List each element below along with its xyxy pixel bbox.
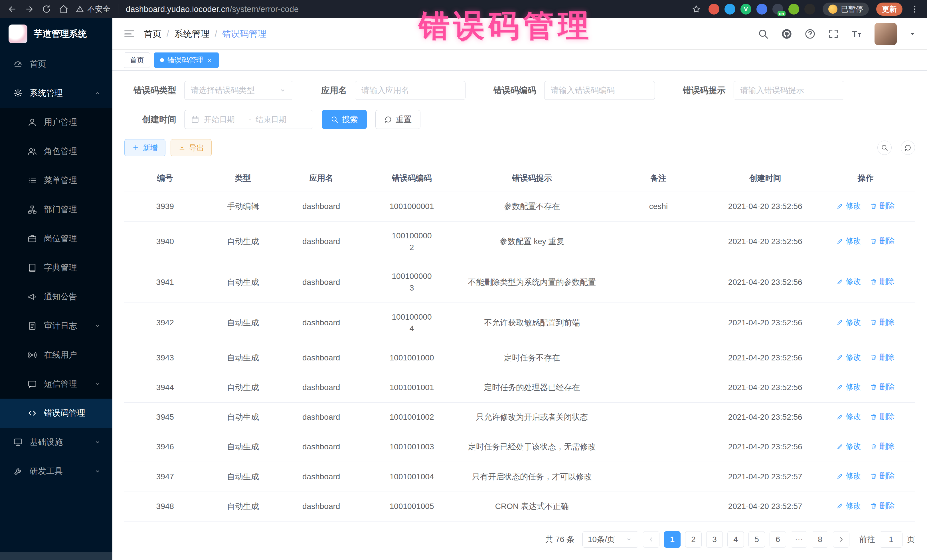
prev-page-button[interactable] [643,531,660,548]
edit-link[interactable]: 修改 [837,441,861,452]
error-message-input[interactable] [734,81,844,100]
extension-adblock[interactable] [708,4,719,15]
github-icon[interactable] [781,28,792,39]
edit-link[interactable]: 修改 [837,411,861,422]
next-page-button[interactable] [833,531,849,548]
hamburger-icon[interactable] [123,28,135,40]
search-icon[interactable] [758,28,769,39]
delete-link[interactable]: 删除 [870,200,895,212]
edit-link[interactable]: 修改 [837,381,861,393]
page-button-2[interactable]: 2 [685,531,702,548]
sidebar-item-infra[interactable]: 基础设施 [0,428,112,457]
extension-proxy-switch[interactable]: on [772,4,783,15]
user-avatar[interactable] [874,23,897,45]
browser-back-icon[interactable] [8,4,17,14]
error-code-input[interactable] [544,81,655,100]
bookmark-star-icon[interactable] [691,4,701,14]
edit-link[interactable]: 修改 [837,200,861,212]
toggle-search-button[interactable] [877,141,892,155]
tab-home[interactable]: 首页 [124,52,150,68]
profile-paused-chip[interactable]: 已暂停 [823,3,869,16]
edit-link[interactable]: 修改 [837,317,861,328]
breadcrumb-home[interactable]: 首页 [144,28,161,40]
page-size-select[interactable]: 10条/页 [582,531,638,548]
question-icon[interactable] [804,28,816,39]
browser-home-icon[interactable] [59,4,68,14]
edit-link[interactable]: 修改 [837,352,861,363]
annotation-title: 错误码管理 [419,5,593,47]
delete-link[interactable]: 删除 [870,501,895,511]
delete-link[interactable]: 删除 [870,235,895,247]
export-button[interactable]: 导出 [170,139,212,156]
breadcrumb-system[interactable]: 系统管理 [174,28,210,40]
edit-link[interactable]: 修改 [837,501,861,511]
tab-error-code[interactable]: 错误码管理 [154,52,219,68]
sidebar-item-user[interactable]: 用户管理 [0,108,112,137]
fullscreen-icon[interactable] [828,28,839,39]
sidebar-item-dict[interactable]: 字典管理 [0,253,112,282]
extension-tampermonkey[interactable] [804,4,815,15]
delete-link[interactable]: 删除 [870,276,895,287]
extension-leaf[interactable] [789,4,799,15]
edit-link[interactable]: 修改 [837,470,861,482]
sidebar-item-audit-log[interactable]: 审计日志 [0,311,112,340]
app-name-input[interactable] [355,81,465,100]
page-button-6[interactable]: 6 [769,531,786,548]
browser-forward-icon[interactable] [24,4,34,14]
pagination-ellipsis[interactable]: ··· [791,531,807,548]
add-button[interactable]: 新增 [125,139,166,156]
goto-page-input[interactable] [880,531,903,548]
reset-button[interactable]: 重置 [375,110,421,129]
cell-type: 自动生成 [206,462,280,492]
sidebar-item-notice[interactable]: 通知公告 [0,282,112,311]
cell-app: dashboard [280,373,362,402]
sidebar-item-dept[interactable]: 部门管理 [0,195,112,224]
extension-vue-devtools[interactable]: V [740,4,751,15]
start-date-input[interactable] [204,115,244,124]
edit-link[interactable]: 修改 [837,235,861,247]
delete-link[interactable]: 删除 [870,352,895,363]
page-button-3[interactable]: 3 [706,531,723,548]
end-date-input[interactable] [255,115,295,124]
avatar-caret-icon[interactable] [909,30,916,38]
delete-link[interactable]: 删除 [870,470,895,482]
close-icon[interactable] [207,57,213,63]
sidebar-item-sms[interactable]: 短信管理 [0,370,112,399]
sidebar-item-error-code[interactable]: 错误码管理 [0,399,112,428]
sidebar-item-dev-tools[interactable]: 研发工具 [0,457,112,486]
refresh-table-button[interactable] [901,141,915,155]
browser-menu-icon[interactable] [910,4,919,14]
error-type-select[interactable]: 请选择错误码类型 [184,81,293,100]
edit-link[interactable]: 修改 [837,276,861,287]
book-icon [27,263,37,273]
sidebar-item-menu[interactable]: 菜单管理 [0,166,112,195]
sidebar-collapse-bar[interactable] [0,552,112,560]
browser-reload-icon[interactable] [42,4,51,14]
extension-apps[interactable] [757,4,767,15]
filter-type-label: 错误码类型 [125,85,176,96]
sidebar-item-home[interactable]: 首页 [0,50,112,79]
date-range-picker[interactable]: - [184,110,313,129]
page-button-1[interactable]: 1 [664,531,681,548]
app-logo[interactable]: 芋道管理系统 [0,18,112,50]
delete-link[interactable]: 删除 [870,411,895,422]
sidebar-item-post[interactable]: 岗位管理 [0,224,112,253]
delete-link[interactable]: 删除 [870,317,895,328]
search-button[interactable]: 搜索 [322,110,367,129]
sidebar-item-role[interactable]: 角色管理 [0,137,112,166]
delete-link[interactable]: 删除 [870,381,895,393]
font-size-icon[interactable]: TT [851,28,863,39]
cell-code: 100100000 3 [362,262,461,302]
sidebar-item-system[interactable]: 系统管理 [0,79,112,108]
page-button-4[interactable]: 4 [727,531,744,548]
cell-actions: 修改删除 [816,262,915,302]
security-indicator[interactable]: 不安全 [76,4,110,14]
chevron-down-icon [94,438,102,446]
page-button-5[interactable]: 5 [748,531,765,548]
sidebar-item-online-user[interactable]: 在线用户 [0,340,112,370]
extension-lighthouse[interactable] [725,4,736,15]
browser-update-button[interactable]: 更新 [876,3,903,16]
delete-link[interactable]: 删除 [870,441,895,452]
address-bar[interactable]: dashboard.yudao.iocoder.cn/system/error-… [126,5,684,14]
page-button-8[interactable]: 8 [812,531,828,548]
